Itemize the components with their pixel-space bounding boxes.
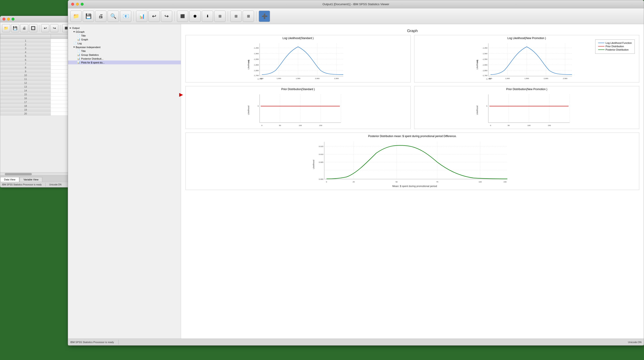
main-content[interactable]: Graph Log Likelihood Function Prior Dist… — [181, 24, 644, 339]
top-charts-row: Log Likelihood(Standard ) Log Likelihood — [186, 35, 639, 82]
save-button[interactable]: 💾 — [11, 24, 19, 32]
nav-icon: 📄 — [77, 34, 80, 37]
nav-item-label: Plots for $ spent du... — [81, 61, 104, 64]
viewer-zoom-btn[interactable]: 🔍 — [108, 10, 119, 22]
viewer-btn-f[interactable]: ⊞ — [243, 10, 254, 22]
row-number: 9 — [0, 69, 51, 73]
chart-svg-posterior: Likelihood 0.015 — [186, 140, 639, 189]
row-number: 20 — [0, 112, 51, 116]
undo-button[interactable]: ↩ — [41, 24, 49, 32]
viewer-add-btn[interactable]: ➕ — [259, 10, 270, 22]
viewer-tb-sep-4 — [256, 11, 256, 21]
viewer-save-btn[interactable]: 💾 — [83, 10, 94, 22]
nav-item-plots-for-$-spent-du...[interactable]: 📊Plots for $ spent du... — [68, 60, 181, 64]
svg-text:2,000: 2,000 — [315, 77, 320, 79]
legend-item-log: Log Likelihood Function — [598, 41, 632, 44]
viewer-tb-sep-1 — [134, 11, 134, 21]
maximize-button[interactable] — [12, 18, 14, 20]
viewer-btn-c[interactable]: ⬇ — [202, 10, 213, 22]
svg-text:1: 1 — [486, 105, 488, 107]
viewer-open-btn[interactable]: 📁 — [70, 10, 82, 22]
svg-text:1,000: 1,000 — [505, 77, 510, 79]
nav-icon: ▾ — [74, 30, 75, 33]
row-number: 15 — [0, 93, 51, 96]
viewer-print-btn[interactable]: 🖨 — [95, 10, 106, 22]
nav-item-label: GGraph — [76, 30, 84, 33]
viewer-chart-btn[interactable]: 📊 — [136, 10, 147, 22]
nav-item-bayesian-independent[interactable]: ▾Bayesian Independent — [68, 45, 181, 49]
svg-text:50: 50 — [508, 124, 510, 126]
nav-item-group-statistics[interactable]: 📊Group Statistics — [68, 53, 181, 57]
svg-text:150: 150 — [548, 124, 551, 126]
nav-item-title[interactable]: 📄Title — [68, 49, 181, 53]
viewer-maximize-button[interactable] — [81, 3, 84, 6]
row-number: 10 — [0, 73, 51, 77]
svg-text:-1,550: -1,550 — [482, 58, 488, 60]
row-number: 8 — [0, 66, 51, 69]
graph-section-title: Graph — [186, 29, 639, 33]
nav-item-output[interactable]: ▸Output — [68, 26, 181, 30]
data-view-tab[interactable]: Data View — [0, 177, 19, 182]
row-number: 7 — [0, 62, 51, 66]
svg-text:Likelihood: Likelihood — [312, 160, 315, 169]
row-number-header — [0, 34, 51, 39]
svg-text:100: 100 — [478, 181, 482, 183]
viewer-btn-b[interactable]: ⬟ — [189, 10, 201, 22]
nav-item-label: Posterior Distributi... — [81, 57, 104, 60]
minimize-button[interactable] — [7, 18, 10, 20]
viewer-minimize-button[interactable] — [76, 3, 79, 6]
viewer-export-btn[interactable]: 📧 — [120, 10, 131, 22]
processor-status: IBM SPSS Statistics Processor is ready — [2, 183, 42, 186]
viewer-btn-a[interactable]: ⬛ — [177, 10, 188, 22]
y-axis-label-ll-std-2: Likelihood — [248, 60, 250, 69]
nav-item-posterior-distributi...[interactable]: 📊Posterior Distributi... — [68, 57, 181, 60]
viewer-close-button[interactable] — [71, 3, 74, 6]
viewer-content: ▸Output▾GGraph📄Title📊Graph📄Log▾Bayesian … — [68, 24, 644, 339]
svg-text:50: 50 — [396, 181, 398, 183]
viewer-btn-d[interactable]: ⊞ — [214, 10, 226, 22]
viewer-window: Output1 [Document1] - IBM SPSS Statistic… — [68, 0, 644, 346]
nav-item-graph[interactable]: 📊Graph — [68, 37, 181, 41]
row-number: 14 — [0, 89, 51, 93]
svg-text:150: 150 — [319, 124, 322, 126]
viewer-titlebar: Output1 [Document1] - IBM SPSS Statistic… — [68, 0, 644, 8]
legend-line-red — [598, 46, 604, 46]
nav-item-log[interactable]: 📄Log — [68, 41, 181, 45]
viewer-undo-btn[interactable]: ↩ — [148, 10, 160, 22]
close-button[interactable] — [2, 18, 6, 20]
legend-box: Log Likelihood Function Prior Distributi… — [595, 39, 635, 54]
nav-item-label: Output — [72, 27, 80, 29]
row-number: 2 — [0, 43, 51, 46]
svg-text:0: 0 — [326, 181, 327, 183]
viewer-status-bar: IBM SPSS Statistics Processor is ready U… — [68, 339, 644, 345]
redo-button[interactable]: ↪ — [50, 24, 58, 32]
svg-text:2,000: 2,000 — [544, 77, 548, 79]
row-number: 3 — [0, 46, 51, 50]
nav-icon: ▸ — [70, 26, 71, 29]
svg-text:Likelihood: Likelihood — [476, 106, 478, 115]
nav-item-title[interactable]: 📄Title — [68, 34, 181, 37]
svg-text:100: 100 — [299, 124, 302, 126]
legend-label-prior: Prior Distribution — [606, 45, 624, 48]
chart-prior-new-promotion: Prior Distribution(New Promotion ) Likel… — [414, 86, 639, 129]
nav-item-label: Log — [78, 42, 82, 45]
status-separator — [46, 183, 46, 187]
svg-text:150: 150 — [504, 181, 506, 183]
svg-text:0.005: 0.005 — [319, 161, 324, 163]
variable-view-tab[interactable]: Variable View — [20, 177, 42, 182]
nav-item-label: Bayesian Independent — [76, 46, 100, 48]
viewer-btn-e[interactable]: ⊞ — [230, 10, 242, 22]
svg-text:0.015: 0.015 — [319, 145, 324, 147]
nav-panel: ▸Output▾GGraph📄Title📊Graph📄Log▾Bayesian … — [68, 24, 181, 339]
nav-item-ggraph[interactable]: ▾GGraph — [68, 30, 181, 34]
open-button[interactable]: 📁 — [2, 24, 10, 32]
print-preview-button[interactable]: 🔲 — [29, 24, 37, 32]
row-number: 4 — [0, 50, 51, 54]
row-number: 13 — [0, 85, 51, 89]
viewer-redo-btn[interactable]: ↪ — [161, 10, 172, 22]
svg-text:-1,500: -1,500 — [482, 53, 488, 55]
svg-text:-1,700: -1,700 — [254, 74, 259, 76]
print-button[interactable]: 🖨 — [20, 24, 28, 32]
scrollbar-thumb[interactable] — [5, 173, 32, 175]
legend-label-log: Log Likelihood Function — [606, 41, 632, 44]
